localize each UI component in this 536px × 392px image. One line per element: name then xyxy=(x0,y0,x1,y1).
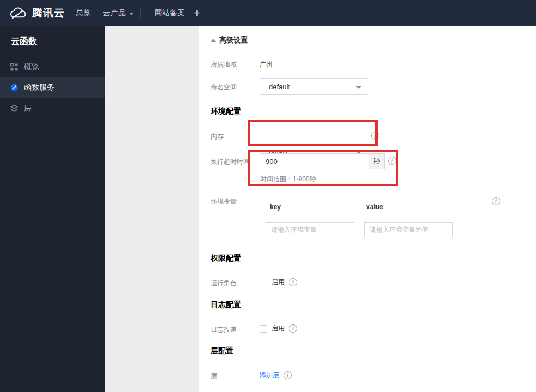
cloud-logo-icon xyxy=(9,7,27,20)
nav-icp-record[interactable]: 网站备案 xyxy=(155,0,185,26)
sidebar-item-function-service[interactable]: 函数服务 xyxy=(0,77,105,98)
permission-config-title: 权限配置 xyxy=(211,254,241,264)
nav-icp-label: 网站备案 xyxy=(155,8,185,18)
collapsed-list-panel xyxy=(105,26,199,392)
add-layer-link[interactable]: 添加层 xyxy=(260,371,279,380)
sidebar-item-overview[interactable]: 概览 xyxy=(0,57,105,77)
layer-config-title: 层配置 xyxy=(211,346,233,356)
log-delivery-enable-label: 启用 xyxy=(272,324,285,333)
sidebar: 云函数 概览 函数服务 xyxy=(0,26,105,392)
env-var-value-input[interactable] xyxy=(364,222,453,237)
namespace-select[interactable]: default xyxy=(260,78,368,95)
layer-label: 层 xyxy=(211,372,217,381)
region-value: 广州 xyxy=(260,60,273,69)
sidebar-title: 云函数 xyxy=(11,36,37,47)
run-role-label: 运行角色 xyxy=(211,279,237,288)
nav-products-label: 云产品 xyxy=(103,8,126,18)
sidebar-item-label: 函数服务 xyxy=(24,83,54,93)
log-delivery-label: 日志投递 xyxy=(211,325,237,334)
log-delivery-info-icon[interactable]: i xyxy=(289,324,297,333)
caret-down-icon xyxy=(356,86,361,89)
timeout-unit-suffix: 秒 xyxy=(369,153,385,169)
layer-add-row: 添加层 i xyxy=(260,371,292,380)
nav-overview[interactable]: 总览 xyxy=(76,0,91,26)
env-vars-input-row xyxy=(260,218,477,241)
sidebar-item-label: 概览 xyxy=(24,62,39,72)
env-var-key-input[interactable] xyxy=(266,222,354,237)
log-delivery-checkbox[interactable] xyxy=(260,325,267,333)
scf-icon xyxy=(10,83,19,92)
app-root: 腾讯云 总览 云产品 网站备案 + 云函数 xyxy=(0,0,536,392)
sidebar-item-label: 层 xyxy=(24,103,32,113)
timeout-input[interactable] xyxy=(260,153,369,169)
run-role-info-icon[interactable]: i xyxy=(289,278,297,286)
nav-add-button[interactable]: + xyxy=(194,0,200,26)
timeout-input-group: 秒 xyxy=(260,153,385,169)
advanced-settings-toggle[interactable]: 高级设置 xyxy=(211,35,248,45)
nav-divider xyxy=(140,8,141,19)
env-vars-header-row: key value xyxy=(260,195,477,218)
log-delivery-enable-row: 启用 i xyxy=(260,324,297,333)
env-vars-info-icon[interactable]: i xyxy=(492,197,500,205)
layers-icon xyxy=(10,104,19,113)
highlight-box-memory xyxy=(248,120,378,146)
env-vars-key-header: key xyxy=(270,203,366,211)
run-role-enable-label: 启用 xyxy=(272,278,285,287)
tencent-cloud-logo[interactable]: 腾讯云 xyxy=(9,0,65,26)
plus-icon: + xyxy=(194,7,200,20)
memory-info-icon[interactable]: i xyxy=(371,132,379,140)
layer-info-icon[interactable]: i xyxy=(284,371,292,379)
log-config-title: 日志配置 xyxy=(211,300,241,310)
chevron-down-icon xyxy=(129,13,133,15)
nav-products[interactable]: 云产品 xyxy=(103,0,133,26)
namespace-label: 命名空间 xyxy=(211,83,237,92)
triangle-up-icon xyxy=(211,39,216,42)
top-navbar: 腾讯云 总览 云产品 网站备案 + xyxy=(0,0,536,26)
timeout-range-hint: 时间范围：1-900秒 xyxy=(260,175,316,184)
timeout-label: 执行超时时间 xyxy=(211,157,250,167)
run-role-enable-row: 启用 i xyxy=(260,278,297,287)
memory-label: 内存 xyxy=(211,132,224,142)
env-vars-table: key value xyxy=(260,195,477,241)
main-content: 高级设置 所属地域 广州 命名空间 default 环境配置 内存 64MB i… xyxy=(199,26,536,392)
sidebar-item-layers[interactable]: 层 xyxy=(0,98,105,119)
timeout-info-icon[interactable]: i xyxy=(388,157,396,165)
run-role-checkbox[interactable] xyxy=(260,279,267,286)
brand-name: 腾讯云 xyxy=(32,6,65,20)
region-label: 所属地域 xyxy=(211,60,237,69)
advanced-settings-label: 高级设置 xyxy=(219,35,248,45)
grid-icon xyxy=(10,63,19,71)
env-vars-label: 环境变量 xyxy=(211,197,237,206)
env-vars-value-header: value xyxy=(366,203,383,211)
namespace-selected-value: default xyxy=(269,83,290,91)
env-config-title: 环境配置 xyxy=(211,107,241,117)
nav-overview-label: 总览 xyxy=(76,8,91,18)
